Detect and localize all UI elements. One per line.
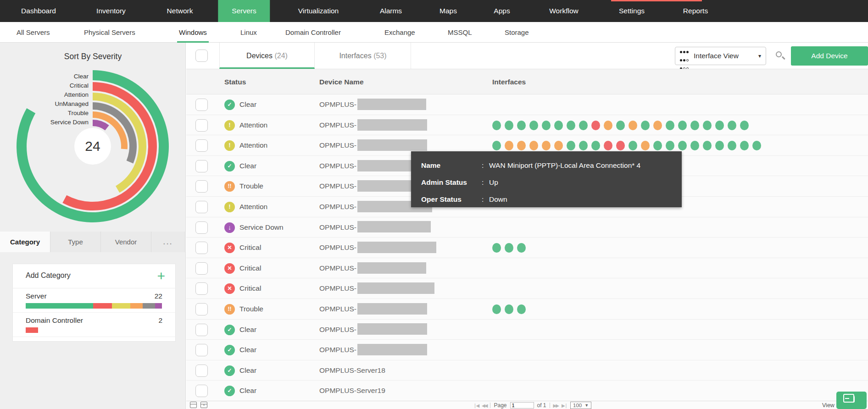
top-nav-alarms[interactable]: Alarms: [366, 0, 416, 22]
interface-dot[interactable]: [678, 121, 687, 130]
table-row[interactable]: ✓ClearOPMPLUS-Server19: [186, 381, 868, 401]
row-checkbox[interactable]: [195, 324, 208, 336]
interface-dot[interactable]: [604, 121, 612, 130]
top-nav-dashboard[interactable]: Dashboard: [7, 0, 70, 22]
interface-dot[interactable]: [529, 121, 538, 130]
row-checkbox[interactable]: [195, 282, 208, 295]
device-name[interactable]: OPMPLUS-Server18: [319, 360, 385, 381]
interface-dot[interactable]: [492, 121, 501, 130]
search-icon[interactable]: [775, 51, 786, 62]
row-checkbox[interactable]: [195, 119, 208, 132]
top-nav-servers[interactable]: Servers: [218, 0, 270, 22]
quick-view-button[interactable]: [836, 392, 867, 409]
device-name[interactable]: OPMPLUS-: [319, 320, 427, 340]
table-row[interactable]: ✓ClearOPMPLUS-: [186, 320, 868, 340]
interface-dot[interactable]: [629, 121, 637, 130]
sub-nav-all-servers[interactable]: All Servers: [17, 22, 50, 43]
row-checkbox[interactable]: [195, 139, 208, 152]
interface-dot[interactable]: [492, 141, 501, 150]
row-checkbox[interactable]: [195, 180, 208, 193]
device-name[interactable]: OPMPLUS-: [319, 238, 436, 258]
interface-dot[interactable]: [678, 141, 687, 150]
top-nav-inventory[interactable]: Inventory: [83, 0, 139, 22]
top-nav-maps[interactable]: Maps: [426, 0, 471, 22]
add-device-button[interactable]: Add Device: [791, 46, 868, 66]
interface-dot[interactable]: [579, 141, 588, 150]
interface-dot[interactable]: [629, 141, 637, 150]
export-table-icon[interactable]: [190, 402, 197, 408]
tab-devices[interactable]: Devices (24): [219, 43, 315, 69]
column-header-interfaces[interactable]: Interfaces: [492, 69, 526, 95]
device-name[interactable]: OPMPLUS-: [319, 217, 431, 238]
interface-status-dots[interactable]: [492, 304, 529, 316]
row-checkbox[interactable]: [195, 303, 208, 315]
interface-dot[interactable]: [703, 121, 712, 130]
add-category-row[interactable]: Add Category +: [13, 264, 175, 288]
sub-nav-storage[interactable]: Storage: [505, 22, 529, 43]
device-name[interactable]: OPMPLUS-: [319, 176, 426, 197]
table-row[interactable]: ✕CriticalOPMPLUS-: [186, 238, 868, 258]
prev-page-icon[interactable]: ◀◀: [482, 403, 487, 408]
interface-dot[interactable]: [666, 141, 674, 150]
table-row[interactable]: ↓Service DownOPMPLUS-: [186, 217, 868, 238]
interface-dot[interactable]: [653, 121, 662, 130]
interface-dot[interactable]: [616, 141, 625, 150]
top-nav-apps[interactable]: Apps: [480, 0, 523, 22]
interface-dot[interactable]: [715, 141, 724, 150]
last-page-icon[interactable]: ▶❘: [562, 403, 567, 408]
interface-dot[interactable]: [728, 141, 736, 150]
top-nav-virtualization[interactable]: Virtualization: [284, 0, 352, 22]
top-nav-settings[interactable]: Settings: [605, 0, 658, 22]
interface-dot[interactable]: [505, 304, 513, 314]
interface-dot[interactable]: [554, 141, 563, 150]
interface-status-dots[interactable]: [492, 121, 752, 132]
table-row[interactable]: ✓ClearOPMPLUS-: [186, 340, 868, 360]
interface-dot[interactable]: [616, 121, 625, 130]
device-name[interactable]: OPMPLUS-: [319, 258, 426, 279]
interface-dot[interactable]: [567, 121, 575, 130]
device-name[interactable]: OPMPLUS-: [319, 278, 434, 299]
export-excel-icon[interactable]: x: [200, 402, 207, 408]
interface-dot[interactable]: [641, 141, 650, 150]
row-checkbox[interactable]: [195, 99, 208, 111]
sub-nav-linux[interactable]: Linux: [240, 22, 257, 43]
sub-nav-windows[interactable]: Windows: [179, 22, 207, 43]
row-checkbox[interactable]: [195, 262, 208, 275]
tab-interfaces[interactable]: Interfaces (53): [315, 43, 411, 69]
interface-dot[interactable]: [542, 141, 551, 150]
interface-dot[interactable]: [542, 121, 551, 130]
interface-view-dropdown[interactable]: Interface View ▾: [675, 47, 766, 65]
interface-dot[interactable]: [641, 121, 650, 130]
sub-nav-domain-controller[interactable]: Domain Controller: [285, 22, 341, 43]
interface-dot[interactable]: [492, 243, 501, 253]
device-name[interactable]: OPMPLUS-: [319, 115, 427, 136]
table-row[interactable]: ✓ClearOPMPLUS-Server18: [186, 360, 868, 381]
interface-dot[interactable]: [505, 243, 513, 253]
row-checkbox[interactable]: [195, 385, 208, 397]
column-header-status[interactable]: Status: [224, 69, 246, 95]
sidebar-tab-type[interactable]: Type: [50, 232, 101, 252]
table-row[interactable]: !!TroubleOPMPLUS-: [186, 299, 868, 320]
sub-nav-physical-servers[interactable]: Physical Servers: [84, 22, 135, 43]
interface-dot[interactable]: [505, 141, 513, 150]
interface-dot[interactable]: [703, 141, 712, 150]
interface-dot[interactable]: [740, 121, 749, 130]
device-name[interactable]: OPMPLUS-: [319, 340, 427, 360]
interface-dot[interactable]: [579, 121, 588, 130]
table-row[interactable]: ✕CriticalOPMPLUS-: [186, 258, 868, 279]
row-checkbox[interactable]: [195, 365, 208, 377]
interface-dot[interactable]: [567, 141, 575, 150]
interface-dot[interactable]: [653, 141, 662, 150]
device-name[interactable]: OPMPLUS-Server19: [319, 381, 385, 401]
sidebar-tab-more[interactable]: ...: [151, 232, 185, 252]
interface-dot[interactable]: [517, 304, 526, 314]
interface-dot[interactable]: [591, 121, 600, 130]
interface-dot[interactable]: [517, 141, 526, 150]
top-nav-workflow[interactable]: Workflow: [535, 0, 592, 22]
interface-dot[interactable]: [666, 121, 674, 130]
interface-dot[interactable]: [752, 141, 761, 150]
page-size-select[interactable]: 100 ▼: [570, 402, 591, 409]
plus-icon[interactable]: +: [157, 268, 165, 284]
device-name[interactable]: OPMPLUS-: [319, 94, 426, 115]
top-nav-reports[interactable]: Reports: [669, 0, 722, 22]
